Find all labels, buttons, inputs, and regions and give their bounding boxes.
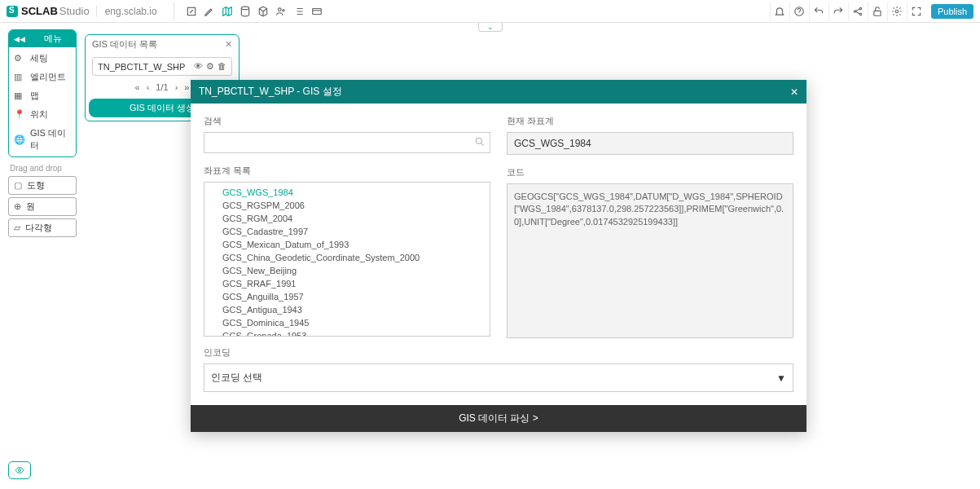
crs-item[interactable]: GCS_Grenada_1953 bbox=[204, 329, 490, 337]
modal-title: TN_PBCTLT_W_SHP - GIS 설정 bbox=[199, 85, 342, 99]
crs-item[interactable]: GCS_China_Geodetic_Coordinate_System_200… bbox=[204, 251, 490, 264]
polygon-icon: ▱ bbox=[14, 222, 20, 233]
sidebar-item-settings[interactable]: ⚙세팅 bbox=[9, 49, 76, 68]
search-box bbox=[204, 132, 490, 153]
close-icon[interactable]: ✕ bbox=[790, 86, 798, 98]
plus-circle-icon: ⊕ bbox=[14, 201, 21, 212]
left-column: 검색 좌표계 목록 GCS_WGS_1984GCS_RGSPM_2006GCS_… bbox=[204, 115, 490, 338]
users-icon[interactable] bbox=[272, 2, 290, 20]
page-last-icon[interactable]: » bbox=[184, 82, 189, 92]
gis-file-name: TN_PBCTLT_W_SHP bbox=[98, 62, 185, 72]
encoding-select[interactable]: 인코딩 선택 ▼ bbox=[204, 363, 793, 392]
parse-button[interactable]: GIS 데이터 파싱 > bbox=[191, 405, 806, 432]
crs-item[interactable]: GCS_RGM_2004 bbox=[204, 212, 490, 225]
code-label: 코드 bbox=[507, 166, 793, 178]
gis-settings-modal: TN_PBCTLT_W_SHP - GIS 설정 ✕ 검색 좌표계 목록 GCS… bbox=[191, 80, 806, 432]
svg-point-3 bbox=[282, 9, 283, 11]
svg-point-10 bbox=[896, 10, 899, 13]
shape-label: 도형 bbox=[27, 179, 45, 192]
sidebar: ◀◀ 메뉴 ⚙세팅 ▥엘리먼트 ▦맵 📍위치 🌐GIS 데이터 Drag and… bbox=[8, 29, 77, 240]
crs-list[interactable]: GCS_WGS_1984GCS_RGSPM_2006GCS_RGM_2004GC… bbox=[204, 182, 490, 337]
crs-item[interactable]: GCS_Antigua_1943 bbox=[204, 303, 490, 316]
sidebar-item-gis[interactable]: 🌐GIS 데이터 bbox=[9, 124, 76, 155]
crs-item[interactable]: GCS_New_Beijing bbox=[204, 264, 490, 277]
shape-item-polygon[interactable]: ▱다각형 bbox=[8, 218, 77, 237]
page-first-icon[interactable]: « bbox=[135, 82, 140, 92]
shape-item-circle[interactable]: ⊕원 bbox=[8, 197, 77, 216]
gis-panel-title: GIS 데이터 목록 bbox=[92, 38, 157, 51]
help-icon[interactable] bbox=[789, 2, 809, 21]
element-icon: ▥ bbox=[14, 72, 25, 82]
svg-point-6 bbox=[855, 10, 856, 11]
sidebar-item-label: 위치 bbox=[30, 108, 48, 121]
crs-item[interactable]: GCS_RGSPM_2006 bbox=[204, 199, 490, 212]
shape-label: 원 bbox=[26, 200, 35, 213]
unlock-icon[interactable] bbox=[868, 2, 887, 21]
crs-item[interactable]: GCS_Mexican_Datum_of_1993 bbox=[204, 238, 490, 251]
fullscreen-icon[interactable] bbox=[907, 2, 926, 21]
svg-rect-4 bbox=[312, 8, 321, 14]
edit-icon[interactable] bbox=[182, 2, 200, 20]
publish-button[interactable]: Publish bbox=[931, 4, 973, 19]
code-value: GEOGCS["GCS_WGS_1984",DATUM["D_WGS_1984"… bbox=[507, 183, 793, 338]
undo-icon[interactable] bbox=[809, 2, 828, 21]
visibility-icon[interactable]: 👁 bbox=[194, 61, 203, 72]
svg-point-2 bbox=[278, 7, 281, 10]
crs-item[interactable]: GCS_WGS_1984 bbox=[204, 186, 490, 199]
search-icon[interactable] bbox=[474, 136, 486, 148]
right-toolbar: Publish bbox=[770, 2, 973, 21]
grid-icon: ▦ bbox=[14, 90, 25, 101]
sidebar-item-label: 세팅 bbox=[30, 52, 48, 64]
crs-item[interactable]: GCS_RRAF_1991 bbox=[204, 277, 490, 290]
list-icon[interactable] bbox=[290, 2, 308, 20]
share-icon[interactable] bbox=[848, 2, 868, 21]
crs-item[interactable]: GCS_Cadastre_1997 bbox=[204, 225, 490, 238]
page-prev-icon[interactable]: ‹ bbox=[147, 82, 150, 92]
sidebar-item-label: 맵 bbox=[30, 90, 39, 102]
right-column: 현재 좌표계 GCS_WGS_1984 코드 GEOGCS["GCS_WGS_1… bbox=[507, 115, 793, 338]
gear-icon: ⚙ bbox=[14, 53, 25, 64]
gis-file-row[interactable]: TN_PBCTLT_W_SHP 👁 ⚙ 🗑 bbox=[92, 57, 232, 76]
encoding-label: 인코딩 bbox=[204, 346, 793, 359]
menu-title: 메뉴 bbox=[44, 33, 62, 45]
sidebar-item-element[interactable]: ▥엘리먼트 bbox=[9, 68, 76, 86]
map-icon[interactable] bbox=[218, 2, 236, 20]
preview-eye-button[interactable] bbox=[8, 461, 31, 479]
logo-brand: SCLAB bbox=[21, 5, 58, 17]
shape-panel: ▢도형 ⊕원 ▱다각형 bbox=[8, 176, 77, 237]
modal-header: TN_PBCTLT_W_SHP - GIS 설정 ✕ bbox=[191, 80, 806, 104]
menu-header[interactable]: ◀◀ 메뉴 bbox=[9, 30, 76, 47]
crs-item[interactable]: GCS_Anguilla_1957 bbox=[204, 290, 490, 303]
card-icon[interactable] bbox=[308, 2, 326, 20]
logo-icon bbox=[7, 6, 18, 17]
search-input[interactable] bbox=[204, 132, 490, 153]
search-label: 검색 bbox=[204, 115, 490, 127]
sidebar-item-label: GIS 데이터 bbox=[30, 127, 71, 152]
crs-item[interactable]: GCS_Dominica_1945 bbox=[204, 316, 490, 329]
site-name: eng.sclab.io bbox=[96, 6, 157, 17]
bell-icon[interactable] bbox=[770, 2, 789, 21]
logo-suffix: Studio bbox=[59, 5, 90, 17]
cube-icon[interactable] bbox=[254, 2, 272, 20]
gear-icon[interactable]: ⚙ bbox=[206, 61, 214, 72]
svg-point-7 bbox=[860, 7, 862, 9]
svg-point-11 bbox=[476, 138, 481, 143]
sidebar-item-map[interactable]: ▦맵 bbox=[9, 86, 76, 105]
shape-item-shape[interactable]: ▢도형 bbox=[8, 176, 77, 195]
settings-icon[interactable] bbox=[887, 2, 907, 21]
collapse-icon: ◀◀ bbox=[14, 35, 25, 43]
close-icon[interactable]: ✕ bbox=[225, 39, 232, 50]
expand-chevron-icon[interactable]: ⌄ bbox=[478, 23, 503, 32]
sidebar-item-location[interactable]: 📍위치 bbox=[9, 105, 76, 124]
redo-icon[interactable] bbox=[828, 2, 848, 21]
caret-down-icon: ▼ bbox=[776, 372, 786, 384]
menu-panel: ◀◀ 메뉴 ⚙세팅 ▥엘리먼트 ▦맵 📍위치 🌐GIS 데이터 bbox=[8, 29, 77, 157]
page-next-icon[interactable]: › bbox=[175, 82, 178, 92]
app-logo[interactable]: SCLAB Studio bbox=[7, 5, 90, 17]
encoding-select-value: 인코딩 선택 bbox=[211, 371, 262, 385]
drag-drop-label: Drag and drop bbox=[10, 164, 77, 173]
database-icon[interactable] bbox=[236, 2, 254, 20]
trash-icon[interactable]: 🗑 bbox=[218, 61, 226, 72]
pencil-icon[interactable] bbox=[200, 2, 218, 20]
svg-point-8 bbox=[860, 13, 862, 15]
